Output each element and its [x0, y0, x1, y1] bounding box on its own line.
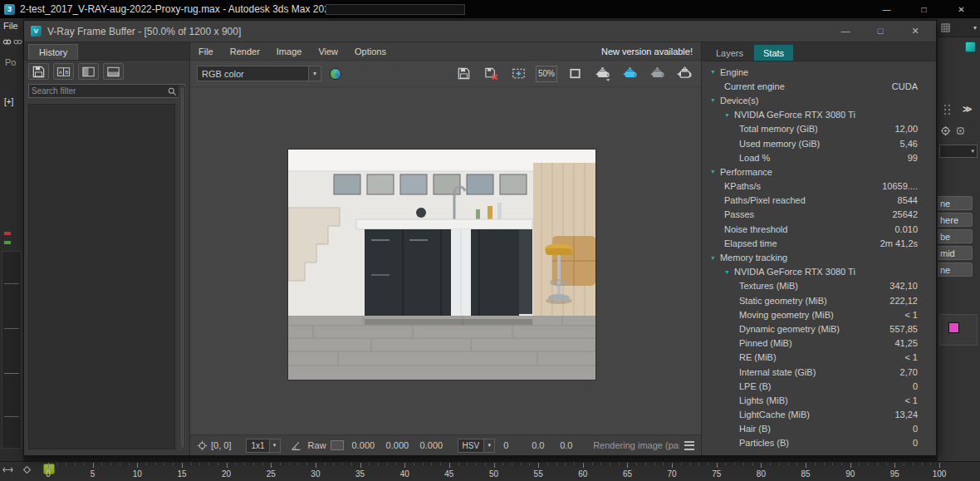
timeline-tick [458, 463, 459, 465]
titlebar-toolbar-fragment [326, 4, 465, 15]
timeline-tick [218, 463, 218, 465]
viewport-follow-button[interactable] [565, 64, 585, 84]
expand-arrow-icon[interactable]: ▼ [710, 69, 716, 75]
timeline-tick [414, 463, 414, 465]
stats-value: 0 [913, 438, 918, 448]
vfb-window: V V-Ray Frame Buffer - [50.0% of 1200 x … [23, 20, 937, 456]
test-resolution-button[interactable]: 50% [536, 66, 557, 82]
tab-history[interactable]: History [28, 44, 78, 60]
timeline-frame-label: 35 [355, 469, 365, 479]
clear-image-button[interactable] [481, 64, 501, 84]
zoom-value: 1x1 [247, 441, 268, 450]
chevron-down-icon: ▾ [269, 439, 280, 452]
object-color-swatch[interactable] [948, 322, 959, 333]
save-image-button[interactable] [453, 64, 473, 84]
stats-tabs: Layers Stats [702, 42, 936, 61]
stats-label: Load % [739, 153, 770, 163]
timeline-tick [137, 463, 138, 468]
stats-value: 5,46 [900, 139, 918, 149]
clipped-primitive-button[interactable]: here [938, 213, 973, 227]
dropdown-fragment[interactable]: ▾ [939, 145, 978, 158]
max-menu-file-fragment[interactable]: File [3, 21, 18, 31]
clipped-primitive-button[interactable]: mid [938, 246, 973, 260]
vfb-close-button[interactable]: ✕ [904, 26, 926, 37]
gear2-icon[interactable] [954, 125, 967, 137]
color-sphere-icon[interactable] [330, 68, 341, 80]
timeline-tick [395, 463, 396, 465]
render-button[interactable] [620, 64, 639, 84]
expand-arrow-icon[interactable]: ▼ [710, 169, 716, 174]
compare-horizontal-button[interactable] [103, 63, 124, 80]
stats-label: Textures (MiB) [739, 281, 798, 291]
vfb-menu-file[interactable]: File [190, 43, 222, 60]
save-history-button[interactable] [28, 63, 49, 80]
kitchen-render [288, 150, 595, 380]
max-titlebar: 3 2-test_2017_V-RAY-aug-2022-Proxy-rug.m… [0, 0, 980, 18]
dotted-column-icon [943, 104, 953, 115]
render-last-button[interactable] [592, 64, 612, 84]
compare-vertical-button[interactable] [78, 63, 99, 80]
maximize-button[interactable]: □ [905, 0, 943, 18]
zoom-select[interactable]: 1x1 ▾ [246, 439, 280, 453]
timeline-tick [832, 463, 833, 465]
tab-stats[interactable]: Stats [754, 45, 793, 61]
expand-arrow-icon[interactable]: ▼ [724, 269, 730, 275]
vfb-menu-options[interactable]: Options [346, 43, 394, 60]
render-canvas[interactable] [190, 87, 701, 434]
gear-icon[interactable] [939, 125, 952, 137]
vfb-maximize-button[interactable]: □ [870, 26, 891, 37]
channel-value: 0 [503, 440, 525, 450]
expand-arrow-icon[interactable]: ▼ [724, 112, 730, 118]
vfb-titlebar[interactable]: V V-Ray Frame Buffer - [50.0% of 1200 x … [24, 21, 936, 42]
timeline-tick [387, 463, 388, 465]
history-list[interactable] [28, 104, 175, 449]
timeline-tick [538, 463, 539, 468]
max-left-panel-fragment: File Po [+] [0, 18, 23, 461]
timeline-tick [378, 463, 379, 465]
clipped-primitive-button[interactable]: be [938, 229, 973, 243]
timeline-frame-label: 40 [400, 469, 409, 479]
chevron-down-icon[interactable]: ▾ [973, 24, 977, 32]
expand-arrow-icon[interactable]: ▼ [710, 97, 716, 103]
timeline[interactable]: 0510152025303540455055606570758085909510… [0, 461, 980, 481]
viewport-label-fragment[interactable]: [+] [4, 97, 13, 106]
timeline-tick [485, 463, 486, 465]
stats-label: Moving geometry (MiB) [739, 310, 834, 320]
clipped-primitive-button[interactable]: ne [938, 263, 973, 277]
vfb-menu-image[interactable]: Image [268, 43, 311, 60]
timeline-tick [841, 463, 842, 465]
interactive-render-button[interactable] [647, 64, 667, 84]
channel-select[interactable]: RGB color ▾ [197, 66, 321, 81]
search-input[interactable] [32, 86, 167, 96]
clipped-primitive-button[interactable]: ne [938, 196, 973, 210]
stats-value: 222,12 [889, 296, 918, 306]
stop-render-button[interactable] [674, 64, 694, 84]
keyframe-icon[interactable] [22, 464, 32, 475]
tab-layers[interactable]: Layers [707, 45, 752, 61]
search-icon [167, 86, 177, 96]
stats-label: Device(s) [720, 96, 758, 106]
panel-overflow-chevrons[interactable]: ≫ [963, 104, 973, 115]
history-scrollbar[interactable] [179, 86, 186, 449]
timeline-tick [556, 463, 557, 465]
hsv-select[interactable]: HSV ▾ [458, 439, 496, 453]
vfb-menu-render[interactable]: Render [222, 43, 268, 60]
timeline-tick [342, 463, 343, 465]
new-version-label[interactable]: New version available! [601, 47, 693, 56]
timeline-tick [672, 463, 673, 468]
timeline-tick [325, 463, 326, 465]
search-row: ▾ [28, 84, 185, 98]
viewport-cube-icon[interactable] [965, 42, 976, 52]
timeline-tick [84, 463, 85, 465]
stats-value: 0 [913, 381, 918, 391]
minimize-button[interactable]: — [868, 0, 905, 18]
vfb-minimize-button[interactable]: — [835, 26, 856, 37]
track-mode-icon[interactable] [2, 464, 13, 475]
compare-ab-button[interactable]: AB [53, 63, 74, 80]
region-render-button[interactable] [508, 64, 528, 84]
close-button[interactable]: ✕ [943, 0, 980, 18]
vfb-menu-view[interactable]: View [310, 43, 346, 60]
statusbar-menu-icon[interactable] [684, 441, 694, 450]
expand-arrow-icon[interactable]: ▼ [710, 255, 716, 261]
stats-value: < 1 [904, 352, 918, 362]
